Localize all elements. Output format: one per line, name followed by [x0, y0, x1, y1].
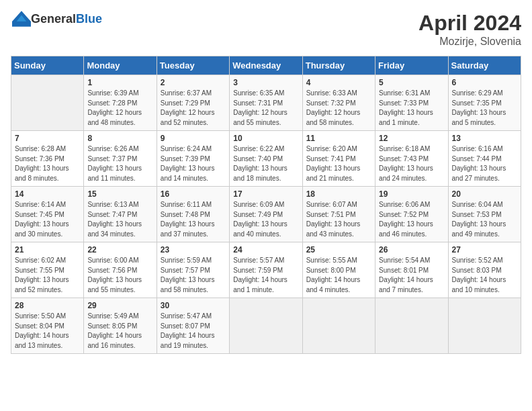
calendar-cell: 15Sunrise: 6:13 AM Sunset: 7:47 PM Dayli… [84, 187, 157, 242]
day-number: 24 [233, 245, 298, 255]
calendar-cell [302, 298, 375, 354]
day-info: Sunrise: 6:26 AM Sunset: 7:37 PM Dayligh… [87, 144, 152, 183]
day-number: 29 [87, 301, 152, 310]
day-number: 5 [379, 78, 444, 87]
weekday-header-monday: Monday [84, 56, 157, 75]
weekday-header-thursday: Thursday [302, 56, 375, 75]
day-number: 9 [161, 134, 226, 143]
calendar-cell: 1Sunrise: 6:39 AM Sunset: 7:28 PM Daylig… [84, 75, 157, 131]
day-number: 11 [306, 134, 371, 143]
logo-general: General [31, 12, 76, 26]
day-number: 28 [15, 301, 80, 310]
logo: GeneralBlue [11, 11, 102, 27]
day-number: 8 [87, 134, 152, 143]
day-info: Sunrise: 6:33 AM Sunset: 7:32 PM Dayligh… [306, 89, 371, 128]
calendar-cell: 10Sunrise: 6:22 AM Sunset: 7:40 PM Dayli… [230, 131, 302, 187]
day-info: Sunrise: 6:16 AM Sunset: 7:44 PM Dayligh… [452, 144, 517, 183]
day-info: Sunrise: 5:49 AM Sunset: 8:05 PM Dayligh… [87, 312, 152, 351]
day-info: Sunrise: 6:35 AM Sunset: 7:31 PM Dayligh… [233, 89, 298, 128]
calendar-cell: 27Sunrise: 5:52 AM Sunset: 8:03 PM Dayli… [448, 242, 521, 298]
day-info: Sunrise: 5:55 AM Sunset: 8:00 PM Dayligh… [306, 256, 371, 295]
day-info: Sunrise: 5:52 AM Sunset: 8:03 PM Dayligh… [452, 256, 517, 295]
calendar-cell: 20Sunrise: 6:04 AM Sunset: 7:53 PM Dayli… [448, 187, 521, 242]
calendar-cell: 23Sunrise: 5:59 AM Sunset: 7:57 PM Dayli… [157, 242, 229, 298]
location: Mozirje, Slovenia [418, 36, 521, 48]
weekday-header-tuesday: Tuesday [157, 56, 229, 75]
calendar-cell: 28Sunrise: 5:50 AM Sunset: 8:04 PM Dayli… [11, 298, 84, 354]
day-number: 4 [306, 78, 371, 87]
calendar-cell: 8Sunrise: 6:26 AM Sunset: 7:37 PM Daylig… [84, 131, 157, 187]
day-info: Sunrise: 6:00 AM Sunset: 7:56 PM Dayligh… [87, 256, 152, 295]
calendar-cell: 13Sunrise: 6:16 AM Sunset: 7:44 PM Dayli… [448, 131, 521, 187]
week-row-5: 28Sunrise: 5:50 AM Sunset: 8:04 PM Dayli… [11, 298, 521, 354]
calendar-cell [375, 298, 448, 354]
calendar-cell: 11Sunrise: 6:20 AM Sunset: 7:41 PM Dayli… [302, 131, 375, 187]
weekday-header-saturday: Saturday [448, 56, 521, 75]
calendar-cell: 18Sunrise: 6:07 AM Sunset: 7:51 PM Dayli… [302, 187, 375, 242]
calendar-cell [230, 298, 302, 354]
calendar-cell: 2Sunrise: 6:37 AM Sunset: 7:29 PM Daylig… [157, 75, 229, 131]
day-info: Sunrise: 6:02 AM Sunset: 7:55 PM Dayligh… [15, 256, 80, 295]
day-number: 26 [379, 245, 444, 255]
day-info: Sunrise: 6:29 AM Sunset: 7:35 PM Dayligh… [452, 89, 517, 128]
day-info: Sunrise: 5:47 AM Sunset: 8:07 PM Dayligh… [161, 312, 226, 351]
day-number: 23 [161, 245, 226, 255]
calendar-cell: 6Sunrise: 6:29 AM Sunset: 7:35 PM Daylig… [448, 75, 521, 131]
day-number: 19 [379, 189, 444, 199]
day-info: Sunrise: 6:20 AM Sunset: 7:41 PM Dayligh… [306, 144, 371, 183]
calendar-cell: 5Sunrise: 6:31 AM Sunset: 7:33 PM Daylig… [375, 75, 448, 131]
day-number: 1 [87, 78, 152, 87]
day-info: Sunrise: 5:50 AM Sunset: 8:04 PM Dayligh… [15, 312, 80, 351]
calendar-cell: 25Sunrise: 5:55 AM Sunset: 8:00 PM Dayli… [302, 242, 375, 298]
day-info: Sunrise: 6:31 AM Sunset: 7:33 PM Dayligh… [379, 89, 444, 128]
calendar-cell [448, 298, 521, 354]
calendar-cell: 30Sunrise: 5:47 AM Sunset: 8:07 PM Dayli… [157, 298, 229, 354]
calendar-cell: 26Sunrise: 5:54 AM Sunset: 8:01 PM Dayli… [375, 242, 448, 298]
week-row-2: 7Sunrise: 6:28 AM Sunset: 7:36 PM Daylig… [11, 131, 521, 187]
calendar-cell [11, 75, 84, 131]
day-info: Sunrise: 6:18 AM Sunset: 7:43 PM Dayligh… [379, 144, 444, 183]
day-info: Sunrise: 5:57 AM Sunset: 7:59 PM Dayligh… [233, 256, 298, 295]
day-info: Sunrise: 6:07 AM Sunset: 7:51 PM Dayligh… [306, 200, 371, 239]
day-number: 2 [161, 78, 226, 87]
title-area: April 2024 Mozirje, Slovenia [418, 11, 521, 48]
day-number: 12 [379, 134, 444, 143]
calendar-cell: 21Sunrise: 6:02 AM Sunset: 7:55 PM Dayli… [11, 242, 84, 298]
day-number: 17 [233, 189, 298, 199]
calendar-cell: 19Sunrise: 6:06 AM Sunset: 7:52 PM Dayli… [375, 187, 448, 242]
calendar-cell: 12Sunrise: 6:18 AM Sunset: 7:43 PM Dayli… [375, 131, 448, 187]
day-info: Sunrise: 6:39 AM Sunset: 7:28 PM Dayligh… [87, 89, 152, 128]
day-number: 30 [161, 301, 226, 310]
day-number: 16 [161, 189, 226, 199]
day-number: 7 [15, 134, 80, 143]
day-number: 27 [452, 245, 517, 255]
day-info: Sunrise: 6:24 AM Sunset: 7:39 PM Dayligh… [161, 144, 226, 183]
month-year: April 2024 [418, 11, 521, 36]
day-info: Sunrise: 6:14 AM Sunset: 7:45 PM Dayligh… [15, 200, 80, 239]
weekday-header-row: SundayMondayTuesdayWednesdayThursdayFrid… [11, 56, 521, 75]
day-info: Sunrise: 5:59 AM Sunset: 7:57 PM Dayligh… [161, 256, 226, 295]
calendar-cell: 14Sunrise: 6:14 AM Sunset: 7:45 PM Dayli… [11, 187, 84, 242]
day-number: 15 [87, 189, 152, 199]
calendar-cell: 29Sunrise: 5:49 AM Sunset: 8:05 PM Dayli… [84, 298, 157, 354]
week-row-3: 14Sunrise: 6:14 AM Sunset: 7:45 PM Dayli… [11, 187, 521, 242]
weekday-header-wednesday: Wednesday [230, 56, 302, 75]
day-info: Sunrise: 6:11 AM Sunset: 7:48 PM Dayligh… [161, 200, 226, 239]
day-info: Sunrise: 6:13 AM Sunset: 7:47 PM Dayligh… [87, 200, 152, 239]
day-number: 6 [452, 78, 517, 87]
day-number: 21 [15, 245, 80, 255]
calendar-cell: 16Sunrise: 6:11 AM Sunset: 7:48 PM Dayli… [157, 187, 229, 242]
weekday-header-sunday: Sunday [11, 56, 84, 75]
svg-rect-2 [12, 21, 31, 27]
calendar-cell: 24Sunrise: 5:57 AM Sunset: 7:59 PM Dayli… [230, 242, 302, 298]
calendar-cell: 9Sunrise: 6:24 AM Sunset: 7:39 PM Daylig… [157, 131, 229, 187]
day-number: 20 [452, 189, 517, 199]
day-number: 25 [306, 245, 371, 255]
day-info: Sunrise: 6:06 AM Sunset: 7:52 PM Dayligh… [379, 200, 444, 239]
day-number: 3 [233, 78, 298, 87]
calendar-body: 1Sunrise: 6:39 AM Sunset: 7:28 PM Daylig… [11, 75, 521, 354]
day-info: Sunrise: 6:28 AM Sunset: 7:36 PM Dayligh… [15, 144, 80, 183]
logo-blue: Blue [76, 12, 102, 26]
calendar-cell: 22Sunrise: 6:00 AM Sunset: 7:56 PM Dayli… [84, 242, 157, 298]
day-info: Sunrise: 5:54 AM Sunset: 8:01 PM Dayligh… [379, 256, 444, 295]
